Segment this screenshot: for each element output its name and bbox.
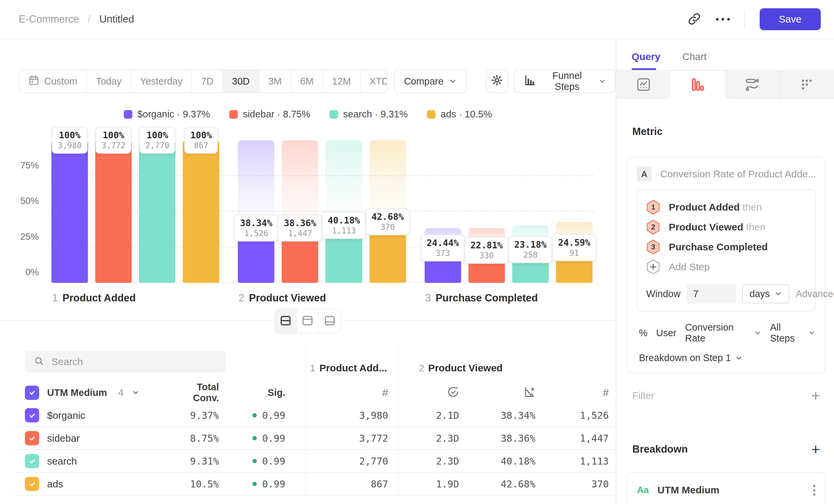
avg-time: 2.3D	[398, 427, 461, 449]
legend-swatch	[229, 110, 238, 119]
range-30d-selected[interactable]: 30D	[223, 70, 259, 92]
sig-value: 0.99	[262, 456, 285, 467]
funnel-bar-$organic-step2[interactable]: 38.34%1,526	[238, 140, 275, 283]
breadcrumb-report-title[interactable]: Untitled	[99, 13, 134, 25]
compare-button[interactable]: Compare	[394, 70, 467, 93]
more-menu-button[interactable]	[716, 18, 730, 21]
range-yesterday[interactable]: Yesterday	[131, 70, 192, 92]
query-step-2[interactable]: 2 Product Viewed then	[646, 217, 806, 237]
range-xtd[interactable]: XTD	[360, 70, 388, 92]
step1-count-column-header[interactable]: #	[305, 381, 398, 404]
breakdown-column-label[interactable]: UTM Medium	[47, 387, 107, 398]
layout-chart-only-button[interactable]	[297, 309, 319, 333]
row-checkbox[interactable]	[25, 454, 39, 468]
report-type-funnels-selected[interactable]	[671, 71, 725, 99]
funnel-bar-sidebar-step2[interactable]: 38.36%1,447	[282, 140, 318, 283]
breakdown-on-step-dropdown[interactable]: Breakdown on Step 1	[637, 352, 815, 363]
breadcrumb-project[interactable]: E-Commerce	[19, 13, 79, 25]
chevron-down-icon[interactable]	[132, 389, 140, 396]
range-custom[interactable]: Custom	[19, 70, 87, 92]
save-button[interactable]: Save	[760, 8, 821, 30]
table-search[interactable]	[25, 351, 226, 372]
range-12m[interactable]: 12M	[323, 70, 360, 92]
window-unit-dropdown[interactable]: days	[742, 284, 790, 303]
table-row-search[interactable]: search 9.31% 0.99 2,770 2.3D 40.18% 1,11…	[13, 450, 616, 473]
advanced-dropdown[interactable]: Advanced	[795, 289, 834, 299]
query-step-1[interactable]: 1 Product Added then	[646, 197, 806, 217]
step2-conv-rate-column-header[interactable]	[461, 381, 537, 404]
top-bar: E-Commerce / Untitled Save	[0, 0, 834, 39]
funnel-bar-$organic-step3[interactable]: 24.44%373	[425, 140, 461, 283]
range-7d[interactable]: 7D	[192, 70, 223, 92]
copy-link-button[interactable]	[687, 12, 701, 27]
range-6m[interactable]: 6M	[291, 70, 323, 92]
check-icon	[28, 434, 36, 442]
step2-avg-time-column-header[interactable]	[398, 381, 461, 404]
funnel-bar-ads-step2[interactable]: 42.68%370	[370, 140, 406, 283]
row-checkbox[interactable]	[25, 477, 39, 491]
table-row-organic[interactable]: $organic 9.37% 0.99 3,980 2.1D 38.34% 1,…	[13, 404, 616, 427]
query-step-3[interactable]: 3 Purchase Completed	[646, 237, 806, 257]
metric-summary-row[interactable]: A Conversion Rate of Product Adde...	[637, 167, 815, 181]
step2-count-column-header[interactable]: #	[537, 381, 615, 404]
funnel-bar-search-step1[interactable]: 100%2,770	[139, 140, 175, 283]
gear-icon	[491, 74, 503, 89]
range-today[interactable]: Today	[87, 70, 131, 92]
chart-settings-button[interactable]	[486, 70, 508, 93]
date-controls-row: Custom Today Yesterday 7D 30D 3M 6M 12M …	[19, 70, 616, 93]
layout-table-only-button[interactable]	[319, 309, 341, 333]
legend-item-ads[interactable]: ads · 10.5%	[427, 109, 492, 120]
total-conv-column-header[interactable]: Total Conv.	[169, 382, 219, 404]
report-type-insights[interactable]	[616, 71, 671, 99]
funnel-bar-sidebar-step3[interactable]: 22.81%330	[468, 140, 505, 283]
metric-type-dropdown[interactable]: Conversion Rate	[685, 322, 761, 344]
funnel-bar-ads-step1[interactable]: 100%867	[183, 140, 219, 283]
breakdown-item-utm-medium[interactable]: Aa UTM Medium	[627, 472, 826, 504]
funnel-solid-bar	[95, 140, 132, 283]
funnel-bar-search-step2[interactable]: 40.18%1,113	[325, 140, 362, 283]
legend-item-organic[interactable]: $organic · 9.37%	[124, 109, 210, 120]
sig-column-header[interactable]: Sig.	[219, 387, 285, 398]
funnel-bar-search-step3[interactable]: 23.18%258	[512, 140, 549, 283]
chevron-down-icon	[808, 329, 815, 337]
step-label-3: 3Purchase Completed	[425, 292, 538, 304]
report-type-flows[interactable]	[725, 71, 779, 99]
entity-dropdown[interactable]: User	[656, 327, 676, 339]
legend-label: $organic · 9.37%	[137, 109, 210, 120]
legend-swatch	[124, 110, 132, 119]
funnel-bar-sidebar-step1[interactable]: 100%3,772	[95, 140, 132, 283]
add-filter-button[interactable]: +	[811, 388, 820, 403]
tab-query[interactable]: Query	[632, 51, 660, 70]
legend-item-sidebar[interactable]: sidebar · 8.75%	[229, 109, 310, 120]
row-checkbox[interactable]	[25, 408, 39, 422]
select-all-checkbox[interactable]	[25, 386, 39, 400]
check-icon	[28, 457, 36, 465]
table-row-sidebar[interactable]: sidebar 8.75% 0.99 3,772 2.3D 38.36% 1,4…	[13, 427, 616, 450]
retention-icon	[799, 77, 814, 93]
window-value-input[interactable]	[686, 284, 736, 303]
breakdown-options-kebab-icon[interactable]	[813, 485, 815, 496]
sig-value: 0.99	[262, 410, 285, 421]
funnel-chart: 75% 50% 25% 0% 100%3,980100%3,772100%2,7…	[51, 140, 592, 283]
steps-scope-dropdown[interactable]: All Steps	[770, 322, 815, 344]
funnel-bar-$organic-step1[interactable]: 100%3,980	[51, 140, 88, 283]
chart-view-dropdown[interactable]: Funnel Steps	[514, 70, 616, 93]
legend-item-search[interactable]: search · 9.31%	[329, 109, 408, 120]
chevron-down-icon	[774, 290, 782, 298]
step-number-hexagon: 1	[646, 200, 660, 215]
funnel-bar-ads-step3[interactable]: 24.59%91	[556, 140, 592, 283]
range-3m[interactable]: 3M	[259, 70, 291, 92]
add-step-button[interactable]: Add Step	[646, 257, 806, 277]
svg-text:3: 3	[651, 243, 655, 251]
report-type-retention[interactable]	[779, 71, 834, 99]
row-checkbox[interactable]	[25, 431, 39, 445]
layout-split-view-button[interactable]	[275, 309, 297, 333]
search-input[interactable]	[51, 356, 197, 367]
breakdown-section: Breakdown +	[627, 442, 826, 457]
tab-chart[interactable]: Chart	[682, 51, 707, 70]
table-row-ads[interactable]: ads 10.5% 0.99 867 1.9D 42.68% 370	[13, 473, 616, 496]
add-breakdown-button[interactable]: +	[811, 442, 820, 457]
table-group-header-step1: 1Product Add...	[305, 346, 398, 381]
metric-card: A Conversion Rate of Product Adde... 1 P…	[627, 157, 826, 373]
report-canvas: Custom Today Yesterday 7D 30D 3M 6M 12M …	[0, 39, 616, 504]
